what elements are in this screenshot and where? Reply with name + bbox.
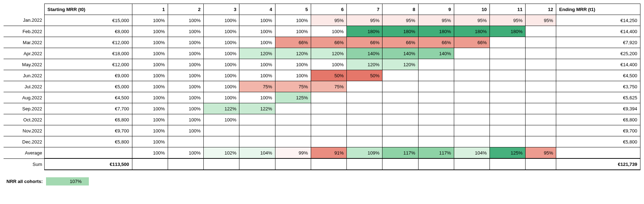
cohort-cell xyxy=(204,125,239,136)
ending-mrr: €14,400 xyxy=(556,59,640,70)
header-m10: 10 xyxy=(454,4,490,15)
starting-mrr: €9,000 xyxy=(45,70,132,81)
cohort-cell: 100% xyxy=(132,15,168,26)
cohort-cell: 100% xyxy=(168,103,203,114)
header-m11: 11 xyxy=(490,4,526,15)
ending-mrr: €25,200 xyxy=(556,48,640,59)
cohort-cell xyxy=(382,125,418,136)
header-row: Starting MRR (t0) 1 2 3 4 5 6 7 8 9 10 1… xyxy=(4,4,640,15)
cohort-cell: 117% xyxy=(382,147,418,159)
row-label: May.2022 xyxy=(4,59,45,70)
header-starting: Starting MRR (t0) xyxy=(45,4,132,15)
cohort-cell: 100% xyxy=(275,26,311,37)
table-row: Sep.2022€7,700100%100%122%122%€9,394 xyxy=(4,103,640,114)
ending-mrr: €9,394 xyxy=(556,103,640,114)
cohort-cell xyxy=(526,158,556,170)
starting-mrr: €12,000 xyxy=(45,59,132,70)
starting-mrr-sum: €113,500 xyxy=(45,158,132,170)
row-label: Jan.2022 xyxy=(4,15,45,26)
cohort-cell: 100% xyxy=(239,92,275,103)
ending-mrr: €7,920 xyxy=(556,37,640,48)
cohort-cell: 100% xyxy=(239,37,275,48)
cohort-cell xyxy=(490,136,526,147)
ending-mrr: €5,625 xyxy=(556,92,640,103)
cohort-cell: 100% xyxy=(132,26,168,37)
table-row: Feb.2022€8,000100%100%100%100%100%100%18… xyxy=(4,26,640,37)
cohort-cell: 95% xyxy=(382,15,418,26)
cohort-cell: 104% xyxy=(239,147,275,159)
cohort-cell xyxy=(418,70,454,81)
header-m6: 6 xyxy=(311,4,346,15)
cohort-cell xyxy=(275,158,311,170)
table-row: Jan.2022€15,000100%100%100%100%100%95%95… xyxy=(4,15,640,26)
cohort-cell: 180% xyxy=(490,26,526,37)
row-label: Sum xyxy=(4,158,45,170)
header-m9: 9 xyxy=(418,4,454,15)
cohort-cell: 180% xyxy=(454,26,490,37)
cohort-cell xyxy=(490,125,526,136)
cohort-cell: 100% xyxy=(204,26,239,37)
cohort-cell: 100% xyxy=(275,59,311,70)
starting-mrr: €12,000 xyxy=(45,37,132,48)
cohort-cell xyxy=(490,81,526,92)
row-label: Apr.2022 xyxy=(4,48,45,59)
starting-mrr: €8,000 xyxy=(45,26,132,37)
table-row: Nov.2022€9,700100%100%€9,700 xyxy=(4,125,640,136)
cohort-cell: 100% xyxy=(275,15,311,26)
cohort-cell: 75% xyxy=(311,81,346,92)
cohort-cell xyxy=(275,125,311,136)
cohort-cell: 104% xyxy=(454,147,490,159)
cohort-cell xyxy=(311,158,346,170)
cohort-cell: 120% xyxy=(239,48,275,59)
nrr-summary: NRR all cohorts: 107% xyxy=(4,177,640,185)
cohort-cell xyxy=(454,114,490,125)
table-row: Oct.2022€6,800100%100%100%€6,800 xyxy=(4,114,640,125)
cohort-cell xyxy=(239,125,275,136)
starting-mrr: €15,000 xyxy=(45,15,132,26)
cohort-cell xyxy=(382,103,418,114)
starting-mrr: €5,800 xyxy=(45,136,132,147)
row-label: Sep.2022 xyxy=(4,103,45,114)
cohort-cell: 100% xyxy=(168,114,203,125)
header-m7: 7 xyxy=(347,4,382,15)
cohort-cell xyxy=(490,103,526,114)
cohort-cell: 120% xyxy=(275,48,311,59)
cohort-cell: 66% xyxy=(347,37,382,48)
cohort-cell xyxy=(454,136,490,147)
cohort-cell xyxy=(347,81,382,92)
cohort-cell xyxy=(490,70,526,81)
cohort-cell xyxy=(418,136,454,147)
cohort-cell xyxy=(311,114,346,125)
cohort-cell: 100% xyxy=(204,37,239,48)
cohort-cell: 100% xyxy=(204,114,239,125)
cohort-cell xyxy=(382,158,418,170)
cohort-cell xyxy=(311,92,346,103)
cohort-cell: 100% xyxy=(168,15,203,26)
cohort-cell xyxy=(311,136,346,147)
table-row: Dec.2022€5,800100%€5,800 xyxy=(4,136,640,147)
cohort-cell: 180% xyxy=(418,26,454,37)
cohort-cell: 95% xyxy=(490,15,526,26)
corner-cell xyxy=(4,4,45,15)
cohort-cell xyxy=(382,70,418,81)
cohort-cell: 66% xyxy=(418,37,454,48)
cohort-cell: 100% xyxy=(132,125,168,136)
cohort-cell xyxy=(526,125,556,136)
cohort-cell xyxy=(454,125,490,136)
cohort-cell: 120% xyxy=(382,59,418,70)
cohort-cell xyxy=(418,158,454,170)
cohort-cell: 100% xyxy=(204,81,239,92)
cohort-cell xyxy=(490,114,526,125)
cohort-cell: 100% xyxy=(204,70,239,81)
starting-mrr: €4,500 xyxy=(45,92,132,103)
starting-mrr xyxy=(45,147,132,159)
ending-mrr: €6,800 xyxy=(556,114,640,125)
cohort-cell: 100% xyxy=(168,147,203,159)
cohort-cell xyxy=(347,103,382,114)
cohort-cell xyxy=(311,125,346,136)
ending-mrr: €14,250 xyxy=(556,15,640,26)
ending-mrr: €5,800 xyxy=(556,136,640,147)
cohort-cell xyxy=(490,92,526,103)
row-label: Aug.2022 xyxy=(4,92,45,103)
header-ending: Ending MRR (t1) xyxy=(556,4,640,15)
